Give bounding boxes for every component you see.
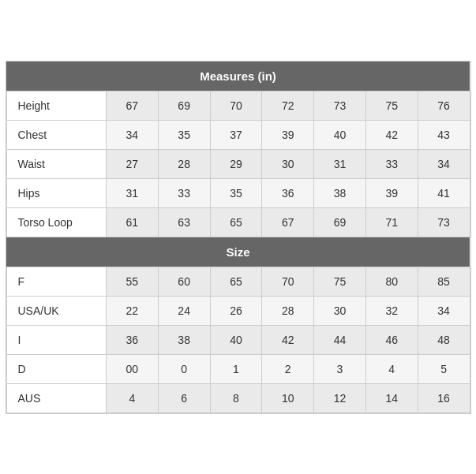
cell-value: 39 [262, 120, 314, 149]
cell-value: 38 [158, 325, 210, 354]
cell-value: 37 [210, 120, 262, 149]
cell-value: 30 [314, 296, 366, 325]
row-label: Chest [6, 120, 106, 149]
section-title-size: Size [6, 237, 470, 267]
table-row: F55606570758085 [6, 267, 470, 296]
cell-value: 31 [314, 149, 366, 178]
cell-value: 27 [106, 149, 158, 178]
table-row: Torso Loop61636567697173 [6, 207, 470, 237]
cell-value: 28 [262, 296, 314, 325]
cell-value: 33 [158, 178, 210, 207]
row-label: I [6, 325, 106, 354]
row-label: Torso Loop [6, 207, 106, 237]
cell-value: 39 [365, 178, 418, 207]
cell-value: 40 [314, 120, 366, 149]
cell-value: 3 [314, 354, 366, 383]
cell-value: 35 [158, 120, 210, 149]
cell-value: 70 [210, 91, 262, 120]
cell-value: 70 [262, 267, 314, 296]
cell-value: 22 [106, 296, 158, 325]
cell-value: 34 [418, 296, 470, 325]
row-label: F [6, 267, 106, 296]
cell-value: 69 [314, 207, 366, 237]
cell-value: 26 [210, 296, 262, 325]
cell-value: 65 [210, 267, 262, 296]
cell-value: 63 [158, 207, 210, 237]
cell-value: 43 [418, 120, 470, 149]
size-chart: Measures (in)Height67697072737576Chest34… [6, 61, 471, 414]
cell-value: 65 [210, 207, 262, 237]
cell-value: 80 [365, 267, 418, 296]
table-row: Height67697072737576 [6, 91, 470, 120]
table-row: Waist27282930313334 [6, 149, 470, 178]
row-label: Height [6, 91, 106, 120]
cell-value: 24 [158, 296, 210, 325]
cell-value: 48 [418, 325, 470, 354]
cell-value: 67 [262, 207, 314, 237]
cell-value: 72 [262, 91, 314, 120]
cell-value: 1 [210, 354, 262, 383]
cell-value: 34 [106, 120, 158, 149]
row-label: Waist [6, 149, 106, 178]
cell-value: 61 [106, 207, 158, 237]
cell-value: 5 [418, 354, 470, 383]
row-label: Hips [6, 178, 106, 207]
cell-value: 69 [158, 91, 210, 120]
row-label: AUS [6, 383, 106, 412]
cell-value: 73 [418, 207, 470, 237]
cell-value: 12 [314, 383, 366, 412]
cell-value: 75 [314, 267, 366, 296]
table-row: AUS46810121416 [6, 383, 470, 412]
cell-value: 30 [262, 149, 314, 178]
cell-value: 60 [158, 267, 210, 296]
section-header-size: Size [6, 237, 470, 267]
cell-value: 75 [365, 91, 418, 120]
row-label: D [6, 354, 106, 383]
cell-value: 29 [210, 149, 262, 178]
cell-value: 2 [262, 354, 314, 383]
cell-value: 36 [106, 325, 158, 354]
cell-value: 40 [210, 325, 262, 354]
cell-value: 33 [365, 149, 418, 178]
cell-value: 6 [158, 383, 210, 412]
cell-value: 8 [210, 383, 262, 412]
cell-value: 14 [365, 383, 418, 412]
cell-value: 42 [262, 325, 314, 354]
cell-value: 0 [158, 354, 210, 383]
cell-value: 31 [106, 178, 158, 207]
cell-value: 36 [262, 178, 314, 207]
cell-value: 67 [106, 91, 158, 120]
cell-value: 10 [262, 383, 314, 412]
cell-value: 41 [418, 178, 470, 207]
section-header-measures: Measures (in) [6, 62, 470, 91]
cell-value: 28 [158, 149, 210, 178]
cell-value: 55 [106, 267, 158, 296]
cell-value: 46 [365, 325, 418, 354]
table-row: USA/UK22242628303234 [6, 296, 470, 325]
section-title-measures: Measures (in) [6, 62, 470, 91]
cell-value: 4 [365, 354, 418, 383]
cell-value: 42 [365, 120, 418, 149]
cell-value: 71 [365, 207, 418, 237]
table-row: Chest34353739404243 [6, 120, 470, 149]
cell-value: 38 [314, 178, 366, 207]
cell-value: 44 [314, 325, 366, 354]
table-row: D00012345 [6, 354, 470, 383]
cell-value: 76 [418, 91, 470, 120]
table-row: Hips31333536383941 [6, 178, 470, 207]
cell-value: 34 [418, 149, 470, 178]
cell-value: 16 [418, 383, 470, 412]
table-row: I36384042444648 [6, 325, 470, 354]
cell-value: 73 [314, 91, 366, 120]
cell-value: 35 [210, 178, 262, 207]
cell-value: 85 [418, 267, 470, 296]
cell-value: 4 [106, 383, 158, 412]
measures-size-table: Measures (in)Height67697072737576Chest34… [6, 62, 470, 413]
row-label: USA/UK [6, 296, 106, 325]
cell-value: 00 [106, 354, 158, 383]
cell-value: 32 [365, 296, 418, 325]
